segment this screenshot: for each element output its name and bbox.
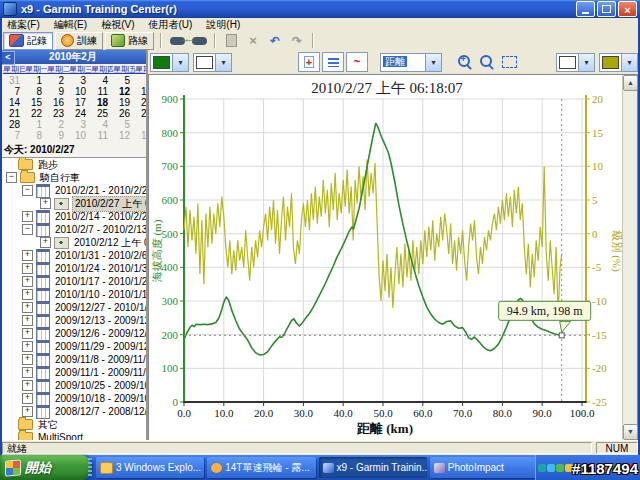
tree-item[interactable]: +2010/2/14 - 2010/2/20 <box>0 210 146 223</box>
calendar-day[interactable]: 9 <box>47 130 69 141</box>
tree-expander[interactable]: + <box>22 263 33 274</box>
calendar-day[interactable]: 12 <box>113 130 135 141</box>
tree-item[interactable]: +2010/1/17 - 2010/1/23 <box>0 275 146 288</box>
scroll-up-icon[interactable]: ▲ <box>623 75 638 91</box>
tree-item[interactable]: +2009/11/29 - 2009/12/5 <box>0 340 146 353</box>
calendar-day-header[interactable]: 星期二 <box>47 64 69 75</box>
calendar-day[interactable]: 28 <box>3 119 25 130</box>
close-button[interactable]: × <box>618 1 637 17</box>
taskbar-item-garmin[interactable]: x9 - Garmin Trainin... <box>319 457 427 478</box>
tree-item[interactable]: +2009/10/25 - 2009/10/31 <box>0 379 146 392</box>
tree-item[interactable]: +2009/12/13 - 2009/12/19 <box>0 314 146 327</box>
calendar-day[interactable]: 19 <box>113 97 135 108</box>
tray-icon[interactable] <box>556 464 564 472</box>
calendar-day[interactable]: 6 <box>135 119 148 130</box>
calendar-day[interactable]: 3 <box>69 75 91 86</box>
x-axis-select[interactable]: 距離 ▾ <box>380 53 442 72</box>
calendar-day[interactable]: 26 <box>113 108 135 119</box>
calendar-day[interactable]: 11 <box>91 86 113 97</box>
tree-expander[interactable]: + <box>22 328 33 339</box>
scroll-down-icon[interactable]: ▼ <box>623 424 638 440</box>
minimize-button[interactable] <box>576 1 595 17</box>
tree-expander[interactable]: − <box>22 224 33 235</box>
undo-button[interactable]: ↶ <box>264 33 286 49</box>
tree-expander[interactable]: + <box>22 354 33 365</box>
tray-icon[interactable] <box>547 464 555 472</box>
tree-item[interactable]: −騎自行車 <box>0 171 146 184</box>
tree-item[interactable]: +2010/1/10 - 2010/1/16 <box>0 288 146 301</box>
cursor-marker[interactable] <box>559 333 564 338</box>
chart-scrollbar[interactable]: ▲ ▼ <box>622 75 637 440</box>
tray-icon[interactable] <box>538 464 546 472</box>
tree-expander[interactable]: + <box>22 211 33 222</box>
tree-expander[interactable]: + <box>40 237 51 248</box>
calendar-day[interactable]: 10 <box>69 86 91 97</box>
elevation-grade-chart[interactable]: 2010/2/27 上午 06:18:070100200300400500600… <box>149 75 623 440</box>
calendar-day[interactable]: 8 <box>25 86 47 97</box>
calendar-day[interactable]: 5 <box>113 75 135 86</box>
tree-expander[interactable]: + <box>22 276 33 287</box>
calendar-day[interactable]: 1 <box>25 119 47 130</box>
calendar-day[interactable]: 14 <box>3 97 25 108</box>
tree-item[interactable]: −2010/2/7 - 2010/2/13 <box>0 223 146 236</box>
taskbar-item-photoimpact[interactable]: PhotoImpact <box>430 457 538 478</box>
view-menu[interactable]: 檢視(V) <box>94 18 141 31</box>
tree-item[interactable]: +2009/12/6 - 2009/12/12 <box>0 327 146 340</box>
file-menu[interactable]: 檔案(F) <box>0 18 47 31</box>
help-menu[interactable]: 說明(H) <box>199 18 247 31</box>
chevron-down-icon[interactable]: ▾ <box>172 54 188 71</box>
calendar-day[interactable]: 3 <box>69 119 91 130</box>
calendar-day[interactable]: 11 <box>91 130 113 141</box>
tree-item[interactable]: +2010/1/24 - 2010/1/30 <box>0 262 146 275</box>
tree-item[interactable]: +2009/11/8 - 2009/11/14 <box>0 353 146 366</box>
secondary-right-color-select[interactable]: ▾ <box>556 53 595 72</box>
tree-expander[interactable]: − <box>6 172 17 183</box>
tree-expander[interactable]: + <box>22 406 33 417</box>
zoom-selection-button[interactable] <box>498 54 520 70</box>
secondary-left-color-select[interactable]: ▾ <box>193 53 232 72</box>
tree-item[interactable]: +2009/10/18 - 2009/10/24 <box>0 392 146 405</box>
tree-item[interactable]: +2010/1/31 - 2010/2/6 <box>0 249 146 262</box>
calendar-day[interactable]: 12 <box>113 86 135 97</box>
zoom-in-button[interactable]: + <box>454 54 476 70</box>
calendar-day[interactable]: 8 <box>25 130 47 141</box>
tree-item[interactable]: +2010/2/27 上午 06:18:07 <box>0 197 146 210</box>
tree-expander[interactable]: + <box>22 250 33 261</box>
chevron-down-icon[interactable]: ▾ <box>215 54 231 71</box>
tree-expander[interactable]: + <box>22 393 33 404</box>
tree-expander[interactable]: + <box>22 302 33 313</box>
chevron-down-icon[interactable]: ▾ <box>425 54 441 71</box>
calendar-day-header[interactable]: 星期四 <box>91 64 113 75</box>
calendar-day[interactable]: 17 <box>69 97 91 108</box>
calendar-day[interactable]: 2 <box>47 75 69 86</box>
tab-records[interactable]: 記錄 <box>3 32 53 50</box>
calendar-day[interactable]: 16 <box>47 97 69 108</box>
grade-color-select[interactable]: ▾ <box>599 53 638 72</box>
tab-courses[interactable]: 路線 <box>105 32 154 50</box>
tree-expander[interactable]: + <box>22 380 33 391</box>
calendar-day[interactable]: 31 <box>3 75 25 86</box>
taskbar-item-explorer[interactable]: 3 Windows Explo...▾ <box>96 457 204 478</box>
calendar-day[interactable]: 15 <box>25 97 47 108</box>
taskbar-item-firefox[interactable]: 14T單速飛輪 - 露... <box>207 457 315 478</box>
tab-training[interactable]: 訓練 <box>55 32 103 50</box>
tree-expander[interactable]: + <box>22 367 33 378</box>
calendar-day-header[interactable]: 星期五 <box>113 64 135 75</box>
calendar-day[interactable]: 21 <box>3 108 25 119</box>
tree-expander[interactable]: + <box>40 198 51 209</box>
calendar-day[interactable]: 1 <box>25 75 47 86</box>
calendar-day[interactable]: 9 <box>47 86 69 97</box>
calendar-day[interactable]: 13 <box>135 86 148 97</box>
restore-button[interactable] <box>597 1 616 17</box>
calendar-day[interactable]: 4 <box>91 119 113 130</box>
calendar-prev-button[interactable]: < <box>1 51 15 65</box>
calendar-day[interactable]: 24 <box>69 108 91 119</box>
calendar-day[interactable]: 10 <box>69 130 91 141</box>
calendar-day[interactable]: 18 <box>91 97 113 108</box>
tree-item[interactable]: +2009/11/1 - 2009/11/7 <box>0 366 146 379</box>
tree-item[interactable]: +2010/2/12 上午 06:43:42 <box>0 236 146 249</box>
user-menu[interactable]: 使用者(U) <box>141 18 199 31</box>
edit-menu[interactable]: 編輯(E) <box>47 18 94 31</box>
send-to-device-button[interactable] <box>188 33 210 49</box>
calendar-day[interactable]: 22 <box>25 108 47 119</box>
